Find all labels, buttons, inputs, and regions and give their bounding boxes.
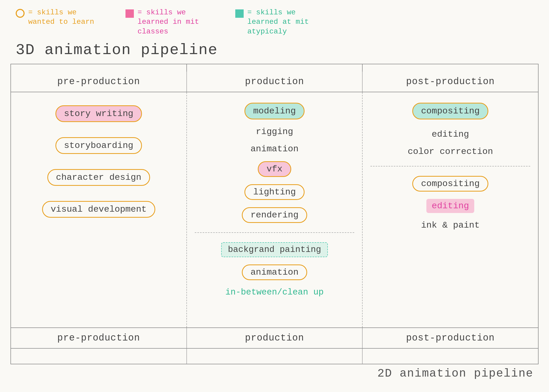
skill-ink-paint: ink & paint xyxy=(421,220,479,230)
footer-production: production xyxy=(187,328,363,348)
connector-right xyxy=(363,64,538,72)
skill-modeling: modeling xyxy=(244,103,304,119)
col-pre-production: story writing storyboarding character de… xyxy=(11,92,187,327)
header-pre-production: pre-production xyxy=(11,72,187,92)
skill-editing-2d: editing xyxy=(426,199,474,213)
header-production: production xyxy=(187,72,363,92)
skill-lighting: lighting xyxy=(244,184,304,200)
pipeline-header-row: pre-production production post-productio… xyxy=(11,72,538,92)
col-post-production: compositing editing color correction com… xyxy=(363,92,538,327)
legend: = skills we wanted to learn = skills we … xyxy=(0,0,549,39)
skill-editing-3d: editing xyxy=(432,129,469,139)
connector-left xyxy=(11,64,186,72)
pipeline-footer-row: pre-production production post-productio… xyxy=(11,327,538,348)
footer-post-production: post-production xyxy=(363,328,538,348)
skill-color-correction: color correction xyxy=(408,147,493,157)
skill-story-writing: story writing xyxy=(55,105,142,122)
legend-label-orange: = skills we wanted to learn xyxy=(28,8,105,27)
legend-item-pink: = skills we learned in mit classes xyxy=(125,8,214,36)
connector-row-top xyxy=(11,64,538,72)
skill-rigging: rigging xyxy=(256,127,293,137)
square-pink-icon xyxy=(125,9,134,18)
skill-animation-2d: animation xyxy=(242,264,307,280)
square-teal-icon xyxy=(235,9,244,18)
circle-orange-icon xyxy=(16,9,25,18)
skill-in-between: in-between/clean up xyxy=(225,287,324,297)
header-post-production: post-production xyxy=(363,72,538,92)
skill-character-design: character design xyxy=(47,169,150,186)
skill-compositing-2d: compositing xyxy=(412,176,488,192)
bottom-spacer-row xyxy=(11,348,538,364)
pipelines-container: pre-production production post-productio… xyxy=(0,64,549,364)
legend-item-teal: = skills we learned at mit atypicaly xyxy=(235,8,324,36)
col-production: modeling rigging animation vfx lighting … xyxy=(187,92,363,327)
legend-label-teal: = skills we learned at mit atypicaly xyxy=(247,8,324,36)
legend-item-orange: = skills we wanted to learn xyxy=(16,8,105,27)
skill-rendering: rendering xyxy=(242,207,307,223)
skill-storyboarding: storyboarding xyxy=(55,137,142,154)
skill-compositing-3d: compositing xyxy=(412,103,488,119)
connector-mid xyxy=(186,64,363,72)
title-2d: 2D animation pipeline xyxy=(0,364,549,380)
pipeline-body: story writing storyboarding character de… xyxy=(11,92,538,327)
col-divider-production xyxy=(195,232,354,233)
pipeline-outer-table: pre-production production post-productio… xyxy=(10,64,539,364)
footer-pre-production: pre-production xyxy=(11,328,187,348)
title-3d: 3D animation pipeline xyxy=(0,39,549,64)
skill-vfx: vfx xyxy=(258,161,291,177)
skill-animation-3d: animation xyxy=(250,144,299,154)
legend-label-pink: = skills we learned in mit classes xyxy=(138,8,214,36)
col-divider-post xyxy=(370,166,530,166)
skill-background-painting: backgrand painting xyxy=(221,242,328,257)
skill-visual-development: visual development xyxy=(42,201,155,218)
